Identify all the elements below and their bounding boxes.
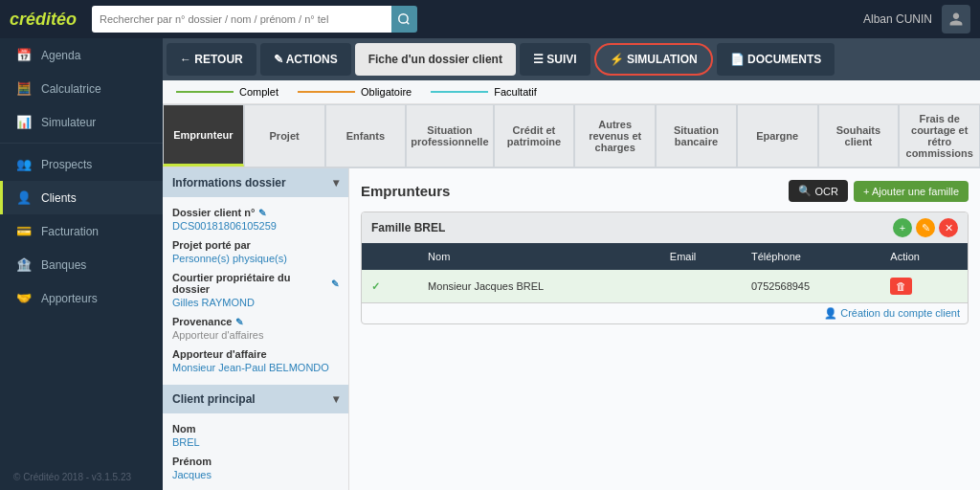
top-right: Alban CUNIN [863,5,970,33]
avatar[interactable] [942,5,970,33]
tab-documents-label: 📄 DOCUMENTS [730,53,822,66]
family-card-header: Famille BREL + ✎ ✕ [362,212,968,243]
tab-frais-courtage[interactable]: Frais de courtage et rétro commissions [899,104,980,167]
calculator-icon: 🧮 [16,81,32,96]
tab-souhaits-client[interactable]: Souhaits client [818,104,900,167]
field-value-courtier: Gilles RAYMOND [172,297,339,308]
sidebar-label-facturation: Facturation [41,225,99,238]
tab-credit-patrimoine-label: Crédit et patrimoine [499,124,570,147]
field-value-projet: Personne(s) physique(s) [172,253,339,264]
section-tabs: Emprunteur Projet Enfants Situation prof… [163,104,980,168]
app-container: créditéo Alban CUNIN 📅 Agenda [0,0,980,490]
btn-ocr[interactable]: 🔍 OCR [789,180,848,202]
edit-icon-provenance[interactable]: ✎ [235,317,243,327]
tab-suivi-label: ☰ SUIVI [533,53,577,66]
search-input[interactable] [92,6,391,33]
progress-line-cyan [431,91,488,93]
tab-epargne-label: Epargne [756,130,798,142]
btn-add-member[interactable]: + [893,218,912,237]
calendar-icon: 📅 [16,48,32,62]
row-check: ✓ [362,270,418,303]
right-panel: Emprunteurs 🔍 OCR + Ajouter une famille [349,168,980,490]
sidebar-label-agenda: Agenda [41,49,80,62]
field-value-apporteur: Monsieur Jean-Paul BELMONDO [172,362,339,373]
progress-item-complet: Complet [176,86,278,98]
tab-suivi[interactable]: ☰ SUIVI [520,43,590,76]
header-buttons: 🔍 OCR + Ajouter une famille [789,180,969,202]
tab-autres-revenus[interactable]: Autres revenus et charges [574,104,656,167]
field-label-projet: Projet porté par [172,239,339,251]
tab-emprunteur[interactable]: Emprunteur [163,104,244,167]
field-value-dossier: DCS00181806105259 [172,220,339,232]
sidebar-item-apporteurs[interactable]: 🤝 Apporteurs [0,281,163,315]
tab-fiche-label: Fiche d'un dossier client [368,53,502,66]
sidebar-label-clients: Clients [41,191,77,205]
panel-section-title-client: Client principal [172,392,256,406]
chevron-down-icon: ▾ [333,176,339,189]
sidebar-item-clients[interactable]: 👤 Clients [0,181,163,214]
tab-retour-label: ← RETOUR [180,53,243,66]
sidebar-item-calculatrice[interactable]: 🧮 Calculatrice [0,72,163,105]
chart-icon: 📊 [16,115,32,129]
banques-icon: 🏦 [16,257,32,272]
table-row: ✓ Monsieur Jacques BREL 0752568945 🗑 [362,270,968,303]
tab-simulation[interactable]: ⚡ SIMULATION [594,43,713,76]
row-nom: Monsieur Jacques BREL [418,270,660,303]
check-icon: ✓ [371,280,380,292]
sidebar-label-simulateur: Simulateur [41,116,96,129]
tab-simulation-label: ⚡ SIMULATION [610,53,698,66]
tab-enfants[interactable]: Enfants [325,104,407,167]
tab-epargne[interactable]: Epargne [737,104,818,167]
tab-frais-courtage-label: Frais de courtage et rétro commissions [903,113,975,159]
emprunteurs-title: Emprunteurs [361,183,450,199]
tab-situation-pro[interactable]: Situation professionnelle [406,104,493,167]
creation-link[interactable]: 👤 Création du compte client [362,303,968,323]
col-nom: Nom [418,243,660,270]
edit-icon-dossier[interactable]: ✎ [258,208,266,218]
field-label-prenom: Prénom [172,456,339,467]
search-bar [92,6,417,33]
field-value-prenom: Jacques [172,469,339,480]
panel-section-title-informations: Informations dossier [172,176,286,189]
sidebar-item-facturation[interactable]: 💳 Facturation [0,214,163,248]
btn-add-family-label: + Ajouter une famille [863,186,959,197]
tab-credit-patrimoine[interactable]: Crédit et patrimoine [494,104,575,167]
tab-retour[interactable]: ← RETOUR [167,43,256,76]
sidebar: 📅 Agenda 🧮 Calculatrice 📊 Simulateur 👥 P… [0,38,163,490]
sidebar-item-banques[interactable]: 🏦 Banques [0,248,163,281]
tab-situation-bancaire[interactable]: Situation bancaire [656,104,737,167]
tab-fiche[interactable]: Fiche d'un dossier client [355,43,516,76]
row-action: 🗑 [880,270,968,303]
field-label-provenance: Provenance ✎ [172,316,339,327]
family-table: Nom Email Téléphone Action ✓ Monsieur Ja… [362,243,968,303]
progress-label-complet: Complet [239,86,278,98]
tab-documents[interactable]: 📄 DOCUMENTS [717,43,835,76]
svg-line-1 [407,22,410,25]
tab-situation-pro-label: Situation professionnelle [411,124,488,147]
search-button[interactable] [391,6,417,33]
progress-line-green [176,91,234,93]
sidebar-item-agenda[interactable]: 📅 Agenda [0,38,163,72]
btn-delete-family[interactable]: ✕ [939,218,958,237]
tab-projet[interactable]: Projet [244,104,325,167]
sidebar-item-simulateur[interactable]: 📊 Simulateur [0,105,163,139]
tab-projet-label: Projet [270,130,300,142]
panel-section-header-informations[interactable]: Informations dossier ▾ [163,168,348,197]
tab-actions[interactable]: ✎ ACTIONS [260,43,351,76]
panel-section-body-client: Nom BREL Prénom Jacques Email [163,413,348,490]
panel-section-client: Client principal ▾ Nom BREL Prénom Jacq [163,385,348,490]
ocr-icon: 🔍 [798,185,812,197]
btn-add-family[interactable]: + Ajouter une famille [854,181,969,202]
col-telephone: Téléphone [742,243,880,270]
row-email [660,270,742,303]
sidebar-item-prospects[interactable]: 👥 Prospects [0,147,163,181]
panel-section-header-client[interactable]: Client principal ▾ [163,385,348,413]
btn-delete-row[interactable]: 🗑 [890,278,912,295]
sidebar-label-calculatrice: Calculatrice [41,82,101,96]
nav-tabs-bar: ← RETOUR ✎ ACTIONS Fiche d'un dossier cl… [163,38,980,80]
edit-icon-courtier[interactable]: ✎ [331,278,339,289]
tab-enfants-label: Enfants [346,130,385,142]
btn-edit-family[interactable]: ✎ [916,218,935,237]
search-icon [397,12,411,26]
btn-ocr-label: OCR [815,186,838,197]
